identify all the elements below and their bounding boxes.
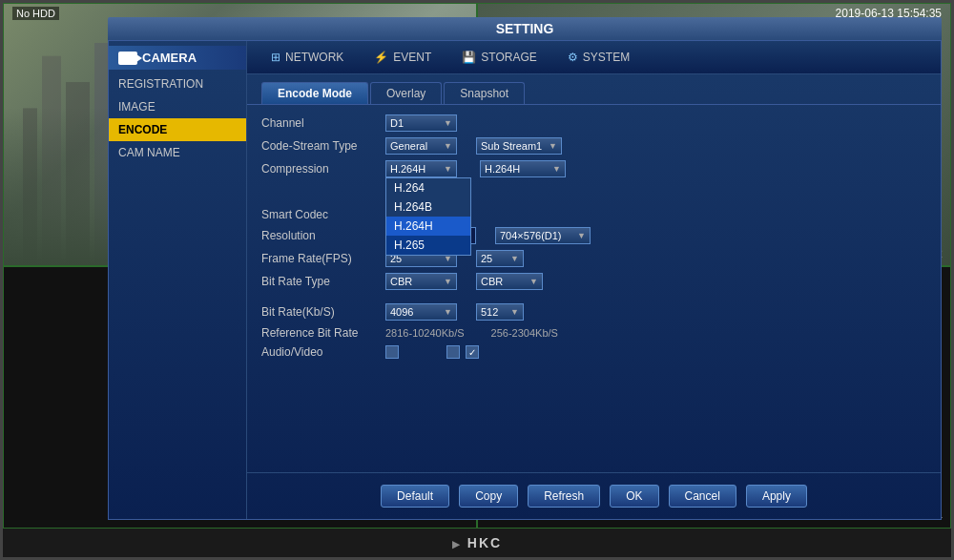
svg-rect-2 bbox=[66, 82, 90, 264]
tab-encode-mode[interactable]: Encode Mode bbox=[261, 82, 368, 104]
right-resolution: 704×576(D1) ▼ bbox=[495, 227, 591, 244]
bottom-bar: ▶ HKC bbox=[3, 529, 951, 557]
channel-select[interactable]: D1 ▼ bbox=[385, 114, 457, 132]
no-hdd-label: No HDD bbox=[12, 7, 59, 20]
smartcodec-label: Smart Codec bbox=[261, 208, 385, 221]
framerate-label: Frame Rate(FPS) bbox=[261, 252, 385, 265]
button-row: Default Copy Refresh OK Cancel Apply bbox=[247, 472, 941, 519]
apply-button[interactable]: Apply bbox=[746, 485, 807, 508]
codestream-label: Code-Stream Type bbox=[261, 139, 385, 153]
sub-resolution-select[interactable]: 704×576(D1) ▼ bbox=[495, 227, 591, 244]
bitrate-label: Bit Rate(Kb/S) bbox=[261, 305, 385, 319]
camera-tab-label: CAMERA bbox=[142, 51, 197, 65]
sub-bitrate-arrow: ▼ bbox=[510, 307, 519, 317]
bitrate-type-label: Bit Rate Type bbox=[261, 275, 385, 288]
right-bitrate: 512 ▼ bbox=[476, 303, 524, 321]
nav-tabs: ⊞ NETWORK ⚡ EVENT 💾 STORAGE ⚙ SYSTEM bbox=[247, 41, 941, 74]
channel-value: D1 bbox=[390, 117, 404, 129]
right-bitrate-type: CBR ▼ bbox=[476, 273, 543, 290]
svg-rect-0 bbox=[23, 108, 37, 264]
sub-bitrate-type-value: CBR bbox=[481, 276, 503, 287]
sidebar-image[interactable]: IMAGE bbox=[109, 95, 246, 118]
refresh-button[interactable]: Refresh bbox=[528, 485, 600, 508]
sub-framerate-value: 25 bbox=[481, 253, 492, 264]
sidebar-registration[interactable]: REGISTRATION bbox=[109, 73, 246, 95]
bitrate-type-select[interactable]: CBR ▼ bbox=[385, 273, 457, 290]
bitrate-type-arrow: ▼ bbox=[444, 277, 452, 286]
codestream-arrow: ▼ bbox=[444, 141, 452, 151]
substream-arrow: ▼ bbox=[549, 141, 557, 151]
tab-event-label: EVENT bbox=[393, 51, 431, 64]
sub-compression-arrow: ▼ bbox=[552, 164, 561, 174]
codestream-value: General bbox=[390, 140, 427, 152]
compression-label: Compression bbox=[261, 162, 385, 176]
sub-framerate-select[interactable]: 25 ▼ bbox=[476, 250, 524, 267]
sub-compression-value: H.264H bbox=[485, 163, 520, 175]
compression-select[interactable]: H.264H ▼ bbox=[385, 160, 457, 177]
right-stream-compression: H.264H ▼ bbox=[480, 160, 566, 177]
bitrate-select[interactable]: 4096 ▼ bbox=[385, 303, 457, 321]
form-columns: Channel D1 ▼ Code-Stream Type Gen bbox=[261, 114, 926, 364]
camera-tab[interactable]: CAMERA bbox=[109, 46, 246, 70]
tab-storage-label: STORAGE bbox=[481, 51, 536, 64]
bitrate-type-value: CBR bbox=[390, 276, 412, 287]
substream-select[interactable]: Sub Stream1 ▼ bbox=[476, 137, 562, 155]
ok-button[interactable]: OK bbox=[610, 485, 658, 508]
setting-dialog: SETTING CAMERA REGISTRATION IMAGE ENCODE… bbox=[108, 17, 942, 524]
sub-refbitrate-value: 256-2304Kb/S bbox=[491, 327, 558, 339]
dropdown-h265[interactable]: H.265 bbox=[386, 236, 470, 255]
row-refbitrate: Reference Bit Rate 2816-10240Kb/S 256-23… bbox=[261, 326, 591, 340]
audiovideo-sub bbox=[446, 345, 479, 359]
system-icon: ⚙ bbox=[568, 51, 578, 64]
dialog-title: SETTING bbox=[108, 17, 942, 40]
row-bitrate: Bit Rate(Kb/S) 4096 ▼ 512 ▼ bbox=[261, 303, 591, 321]
dropdown-h264h[interactable]: H.264H bbox=[386, 217, 470, 236]
sub-bitrate-type-select[interactable]: CBR ▼ bbox=[476, 273, 543, 290]
sub-framerate-arrow: ▼ bbox=[510, 254, 519, 263]
right-framerate: 25 ▼ bbox=[476, 250, 524, 267]
sidebar-encode[interactable]: ENCODE bbox=[109, 118, 246, 141]
svg-rect-1 bbox=[42, 56, 61, 265]
tab-network[interactable]: ⊞ NETWORK bbox=[257, 46, 358, 69]
bitrate-arrow: ▼ bbox=[444, 307, 452, 317]
sub-compression-select[interactable]: H.264H ▼ bbox=[480, 160, 566, 177]
network-icon: ⊞ bbox=[271, 51, 280, 64]
bitrate-value: 4096 bbox=[390, 306, 413, 318]
default-button[interactable]: Default bbox=[381, 485, 449, 508]
dropdown-h264b[interactable]: H.264B bbox=[386, 197, 470, 217]
right-stream-codestream: Sub Stream1 ▼ bbox=[476, 137, 562, 155]
resolution-label: Resolution bbox=[261, 229, 385, 242]
tab-system[interactable]: ⚙ SYSTEM bbox=[553, 46, 644, 69]
compression-dropdown[interactable]: H.264 H.264B H.264H H.265 bbox=[385, 177, 471, 256]
tab-event[interactable]: ⚡ EVENT bbox=[360, 46, 446, 69]
copy-button[interactable]: Copy bbox=[459, 485, 518, 508]
sub-resolution-value: 704×576(D1) bbox=[500, 230, 562, 241]
tab-storage[interactable]: 💾 STORAGE bbox=[447, 46, 550, 69]
event-icon: ⚡ bbox=[374, 51, 388, 64]
tab-snapshot[interactable]: Snapshot bbox=[444, 82, 525, 104]
sub-bitrate-type-arrow: ▼ bbox=[529, 277, 538, 286]
tab-overlay[interactable]: Overlay bbox=[370, 82, 442, 104]
tab-content: Channel D1 ▼ Code-Stream Type Gen bbox=[247, 104, 941, 472]
audiovideo-sub-checkbox2[interactable] bbox=[466, 345, 479, 359]
dropdown-h264[interactable]: H.264 bbox=[386, 178, 470, 197]
audiovideo-main-checkbox[interactable] bbox=[385, 345, 399, 359]
main-tabs: Encode Mode Overlay Snapshot bbox=[247, 74, 941, 104]
refbitrate-value: 2816-10240Kb/S bbox=[385, 327, 465, 339]
compression-arrow: ▼ bbox=[444, 164, 452, 174]
camera-icon bbox=[118, 52, 137, 65]
row-bitrate-type: Bit Rate Type CBR ▼ CBR ▼ bbox=[261, 273, 591, 290]
refbitrate-label: Reference Bit Rate bbox=[261, 326, 385, 340]
codestream-select[interactable]: General ▼ bbox=[385, 137, 457, 155]
cancel-button[interactable]: Cancel bbox=[669, 485, 736, 508]
audiovideo-sub-checkbox1[interactable] bbox=[446, 345, 460, 359]
sub-bitrate-select[interactable]: 512 ▼ bbox=[476, 303, 524, 321]
sidebar: CAMERA REGISTRATION IMAGE ENCODE CAM NAM… bbox=[109, 41, 247, 519]
sidebar-camname[interactable]: CAM NAME bbox=[109, 141, 246, 164]
storage-icon: 💾 bbox=[462, 51, 476, 64]
dialog-body: CAMERA REGISTRATION IMAGE ENCODE CAM NAM… bbox=[108, 40, 942, 520]
row-channel: Channel D1 ▼ bbox=[261, 114, 591, 132]
row-audiovideo: Audio/Video bbox=[261, 345, 591, 359]
channel-arrow: ▼ bbox=[444, 118, 452, 128]
audiovideo-label: Audio/Video bbox=[261, 345, 385, 359]
